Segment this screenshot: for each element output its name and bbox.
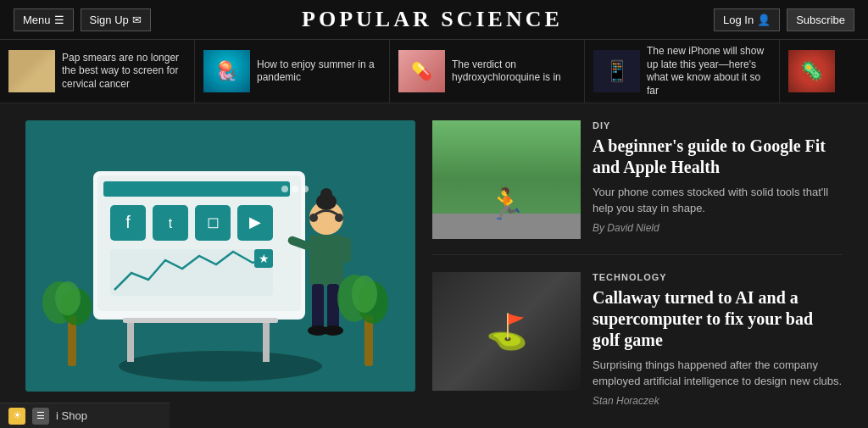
- svg-rect-25: [309, 235, 343, 286]
- news-item-needles[interactable]: Pap smears are no longer the best way to…: [0, 40, 195, 103]
- news-thumb-pills: [398, 50, 445, 92]
- news-thumb-phone: [593, 50, 640, 92]
- svg-rect-19: [127, 320, 134, 362]
- svg-point-37: [55, 281, 81, 315]
- article-thumb-golf: [432, 272, 581, 391]
- menu-button[interactable]: Menu ☰: [14, 8, 74, 31]
- site-title: POPULAR SCIENCE: [302, 7, 563, 32]
- login-button[interactable]: Log In 👤: [714, 8, 780, 31]
- article-author-golf-ai: Stan Horaczek: [593, 395, 843, 407]
- email-icon: ✉: [132, 14, 142, 26]
- news-text-iphone: The new iPhone will show up late this ye…: [647, 45, 771, 97]
- svg-point-5: [281, 186, 288, 192]
- svg-point-24: [320, 188, 332, 200]
- svg-point-1: [119, 351, 322, 381]
- svg-point-7: [302, 186, 309, 192]
- news-text-hydroxychloroquine: The verdict on hydroxychloroquine is in: [452, 58, 576, 85]
- svg-rect-27: [341, 237, 351, 263]
- grid-icon: ☰: [32, 408, 49, 425]
- main-content: f t ◻ ▶ ★: [0, 103, 868, 428]
- news-text-summer: How to enjoy summer in a pandemic: [257, 58, 381, 85]
- svg-text:▶: ▶: [249, 214, 261, 231]
- article-title-golf-ai: Callaway turned to AI and a supercompute…: [593, 287, 843, 351]
- article-content-golf-ai: TECHNOLOGY Callaway turned to AI and a s…: [593, 272, 843, 407]
- featured-illustration: f t ◻ ▶ ★: [25, 120, 415, 392]
- sun-icon: ☀: [8, 408, 25, 425]
- shop-label[interactable]: i Shop: [56, 409, 87, 422]
- article-list: DIY A beginner's guide to Google Fit and…: [432, 120, 843, 428]
- article-card-golf-ai[interactable]: TECHNOLOGY Callaway turned to AI and a s…: [432, 272, 843, 422]
- svg-point-33: [335, 214, 343, 222]
- login-label: Log In: [723, 14, 754, 26]
- runner-image: [432, 120, 581, 239]
- svg-rect-16: [110, 249, 273, 296]
- signup-label: Sign Up: [90, 14, 129, 26]
- virus-image: [788, 50, 835, 92]
- news-item-iphone[interactable]: The new iPhone will show up late this ye…: [585, 40, 780, 103]
- menu-label: Menu: [23, 14, 51, 26]
- news-thumb-summer: [203, 50, 250, 92]
- svg-rect-21: [123, 318, 278, 323]
- svg-text:★: ★: [259, 253, 270, 265]
- article-category-golf-ai: TECHNOLOGY: [593, 272, 843, 282]
- featured-image[interactable]: f t ◻ ▶ ★: [25, 120, 415, 392]
- news-text-needles: Pap smears are no longer the best way to…: [62, 52, 186, 92]
- svg-rect-29: [327, 284, 339, 331]
- article-thumb-runner: [432, 120, 581, 239]
- header-left: Menu ☰ Sign Up ✉: [14, 8, 151, 31]
- svg-point-32: [309, 214, 318, 222]
- svg-text:t: t: [169, 216, 173, 231]
- news-bar: Pap smears are no longer the best way to…: [0, 40, 868, 103]
- site-header: Menu ☰ Sign Up ✉ POPULAR SCIENCE Log In …: [0, 0, 868, 40]
- article-category-google-fit: DIY: [593, 120, 843, 131]
- article-author-google-fit: By David Nield: [593, 222, 843, 234]
- news-thumb-virus: [788, 50, 835, 92]
- article-desc-golf-ai: Surprising things happened after the com…: [593, 358, 843, 390]
- phone-image: [593, 50, 640, 92]
- svg-point-31: [323, 325, 343, 336]
- article-content-google-fit: DIY A beginner's guide to Google Fit and…: [593, 120, 843, 239]
- golf-image: [432, 272, 581, 391]
- pills-image: [398, 50, 445, 92]
- article-title-google-fit: A beginner's guide to Google Fit and App…: [593, 136, 843, 178]
- svg-rect-28: [312, 284, 324, 331]
- svg-rect-20: [263, 320, 270, 362]
- header-right: Log In 👤 Subscribe: [714, 8, 854, 31]
- svg-rect-4: [103, 181, 290, 197]
- hamburger-icon: ☰: [54, 14, 64, 26]
- news-item-summer[interactable]: How to enjoy summer in a pandemic: [195, 40, 390, 103]
- svg-point-6: [292, 186, 298, 192]
- svg-text:f: f: [125, 213, 131, 231]
- news-item-hydroxychloroquine[interactable]: The verdict on hydroxychloroquine is in: [390, 40, 585, 103]
- signup-button[interactable]: Sign Up ✉: [81, 8, 151, 31]
- news-thumb-needles: [8, 50, 55, 92]
- article-card-google-fit[interactable]: DIY A beginner's guide to Google Fit and…: [432, 120, 843, 255]
- svg-point-41: [352, 275, 377, 313]
- jellyfish-image: [203, 50, 250, 92]
- user-icon: 👤: [757, 14, 771, 26]
- needles-image: [8, 50, 55, 92]
- svg-text:◻: ◻: [207, 214, 220, 231]
- subscribe-button[interactable]: Subscribe: [787, 8, 854, 31]
- news-item-virus[interactable]: [780, 40, 868, 103]
- bottom-bar: ☀ ☰ i Shop: [0, 403, 170, 428]
- article-desc-google-fit: Your phone comes stocked with solid tool…: [593, 185, 843, 217]
- subscribe-label: Subscribe: [796, 14, 845, 26]
